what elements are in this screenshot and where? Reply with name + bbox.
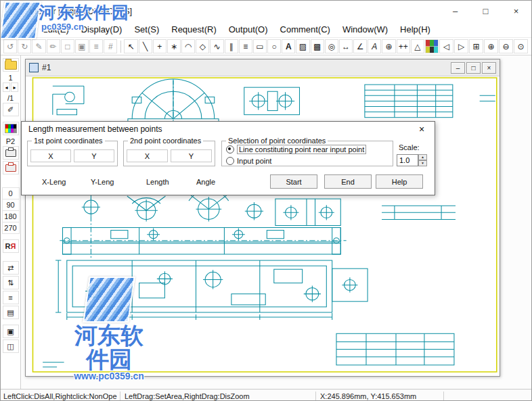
line-tool-icon[interactable]: ╲ bbox=[139, 39, 152, 53]
drawing-window-titlebar[interactable]: #1 – □ × bbox=[26, 60, 500, 76]
menu-request[interactable]: Request(R) bbox=[165, 22, 222, 37]
window-mode-button[interactable]: ▣ bbox=[3, 325, 19, 338]
redo-icon[interactable]: ↻ bbox=[18, 39, 31, 53]
prev-view-icon[interactable]: ◁ bbox=[439, 39, 453, 53]
arc-tool-icon[interactable]: ◠ bbox=[181, 39, 195, 53]
fit-vertical-button[interactable]: ⇅ bbox=[3, 276, 19, 289]
folder-icon bbox=[5, 61, 17, 70]
scale-input[interactable] bbox=[397, 154, 418, 166]
dim-plus-tool-icon[interactable]: ++ bbox=[397, 39, 410, 53]
open-file-button[interactable] bbox=[3, 58, 19, 72]
rotate-0-button[interactable]: 0 bbox=[2, 187, 20, 199]
second-point-group-label: 2nd point coordinates bbox=[128, 137, 203, 145]
zoom-in-icon[interactable]: ⊕ bbox=[484, 39, 498, 53]
doc-icon[interactable]: □ bbox=[61, 39, 74, 53]
radio-input-point-label[interactable]: Input point bbox=[237, 157, 271, 165]
scale-down-icon[interactable]: ▼ bbox=[418, 160, 427, 166]
end-button[interactable]: End bbox=[324, 174, 372, 189]
italic-text-tool-icon[interactable]: A bbox=[368, 39, 381, 53]
page-prev-button[interactable]: ◂ bbox=[3, 82, 10, 92]
help-button[interactable]: Help bbox=[376, 174, 423, 189]
text-tool-icon[interactable]: A bbox=[282, 39, 295, 53]
toolbar-separator bbox=[120, 41, 121, 53]
child-restore-button[interactable]: □ bbox=[466, 62, 481, 74]
child-minimize-button[interactable]: – bbox=[451, 62, 465, 74]
hatch-lines-tool-icon[interactable]: ≡ bbox=[239, 39, 252, 53]
grid-view-button[interactable]: ▤ bbox=[3, 306, 19, 319]
start-button[interactable]: Start bbox=[270, 174, 317, 189]
mirror-button[interactable]: RЯ bbox=[3, 239, 19, 253]
second-point-group: 2nd point coordinates X Y bbox=[123, 141, 215, 166]
rotate-270-button[interactable]: 270 bbox=[2, 222, 20, 234]
edit-tool-button[interactable]: ✐ bbox=[3, 103, 19, 116]
zoom-window-icon[interactable]: ⊞ bbox=[469, 39, 483, 53]
parallel-tool-icon[interactable]: ∥ bbox=[225, 39, 238, 53]
drawing-window-controls: – □ × bbox=[451, 62, 496, 74]
print-area-button[interactable] bbox=[3, 161, 19, 174]
center-mark-tool-icon[interactable]: ⊕ bbox=[382, 39, 395, 53]
mdi-workspace: #1 – □ × bbox=[21, 55, 531, 389]
page-number-label: 1 bbox=[8, 73, 12, 82]
rotate-90-button[interactable]: 90 bbox=[2, 199, 20, 211]
status-divider bbox=[443, 392, 444, 401]
radio-line-point-label[interactable]: Line constituting point near input point bbox=[237, 145, 366, 154]
dot-grid-tool-icon[interactable]: ▩ bbox=[311, 39, 324, 53]
status-coordinates: X:245.896mm, Y:415.653mm bbox=[316, 392, 443, 400]
menubar: Edit(E) Display(D) Set(S) Request(R) Out… bbox=[1, 21, 531, 37]
maximize-button[interactable]: □ bbox=[470, 1, 501, 21]
radio-line-point[interactable] bbox=[226, 145, 234, 154]
rotate-180-button[interactable]: 180 bbox=[2, 210, 20, 222]
color-grid-tool-icon[interactable] bbox=[425, 39, 439, 53]
radio-input-point[interactable] bbox=[226, 157, 234, 165]
menu-edit[interactable]: Edit(E) bbox=[36, 22, 75, 37]
symbol-tool-icon[interactable]: ◎ bbox=[325, 39, 338, 53]
first-point-y-field: Y bbox=[74, 149, 114, 162]
menu-window[interactable]: Window(W) bbox=[336, 22, 394, 37]
hash-icon[interactable]: # bbox=[104, 39, 117, 53]
menu-comment[interactable]: Comment(C) bbox=[274, 22, 336, 37]
close-button[interactable]: × bbox=[501, 1, 531, 21]
angle-tool-icon[interactable]: ∠ bbox=[353, 39, 367, 53]
dialog-titlebar[interactable]: Length measurement between points × bbox=[22, 122, 435, 137]
rectangle-tool-icon[interactable]: ▭ bbox=[253, 39, 267, 53]
menu-display[interactable]: Display(D) bbox=[75, 22, 129, 37]
menu-help[interactable]: Help(H) bbox=[394, 22, 437, 37]
angle-label: Angle bbox=[196, 178, 215, 186]
first-point-group-label: 1st point coordinates bbox=[32, 137, 105, 145]
page-next-button[interactable]: ▸ bbox=[11, 82, 18, 92]
spline-tool-icon[interactable]: ∿ bbox=[210, 39, 223, 53]
star-tool-icon[interactable]: ∗ bbox=[167, 39, 181, 53]
print-button[interactable] bbox=[3, 146, 19, 160]
hatch-fill-tool-icon[interactable]: ▨ bbox=[296, 39, 309, 53]
point-tool-icon[interactable]: + bbox=[153, 39, 167, 53]
select-tool-icon[interactable]: ↖ bbox=[124, 39, 137, 53]
status-click-hint: LeftClick:DisAll,Rightclick:NonOpe bbox=[1, 392, 120, 400]
ellipse-tool-icon[interactable]: ○ bbox=[267, 39, 281, 53]
undo-icon[interactable]: ↺ bbox=[3, 39, 17, 53]
point-selection-group: Selection of point coordinates Line cons… bbox=[221, 141, 393, 166]
palette-button[interactable] bbox=[3, 122, 19, 135]
pen-icon[interactable]: ✎ bbox=[32, 39, 45, 53]
drawing-window[interactable]: #1 – □ × bbox=[25, 59, 500, 377]
length-measurement-dialog[interactable]: Length measurement between points × 1st … bbox=[21, 121, 435, 195]
point-selection-group-label: Selection of point coordinates bbox=[226, 137, 328, 145]
zoom-out-icon[interactable]: ⊖ bbox=[499, 39, 513, 53]
list-view-button[interactable]: ≡ bbox=[3, 291, 19, 304]
copy-icon[interactable]: ▣ bbox=[75, 39, 89, 53]
dimension-tool-icon[interactable]: ↔ bbox=[339, 39, 353, 53]
toolbar: ↺ ↻ ✎ ✏ □ ▣ ≡ # ↖ ╲ + ∗ ◠ ◇ ∿ ∥ ≡ ▭ ○ A … bbox=[1, 37, 531, 55]
dialog-close-icon[interactable]: × bbox=[416, 123, 428, 135]
next-view-icon[interactable]: ▷ bbox=[454, 39, 468, 53]
scale-up-icon[interactable]: ▲ bbox=[418, 154, 427, 160]
angle-dim-tool-icon[interactable]: △ bbox=[411, 39, 424, 53]
child-close-button[interactable]: × bbox=[482, 62, 496, 74]
minimize-button[interactable]: – bbox=[440, 1, 470, 21]
pencil-icon[interactable]: ✏ bbox=[47, 39, 60, 53]
zoom-full-icon[interactable]: ⊙ bbox=[514, 39, 528, 53]
polygon-tool-icon[interactable]: ◇ bbox=[196, 39, 209, 53]
menu-set[interactable]: Set(S) bbox=[128, 22, 165, 37]
list-icon[interactable]: ≡ bbox=[89, 39, 103, 53]
screen-mode-button[interactable]: ◫ bbox=[3, 339, 19, 353]
menu-output[interactable]: Output(O) bbox=[223, 22, 274, 37]
pan-horizontal-button[interactable]: ⇄ bbox=[3, 261, 19, 275]
